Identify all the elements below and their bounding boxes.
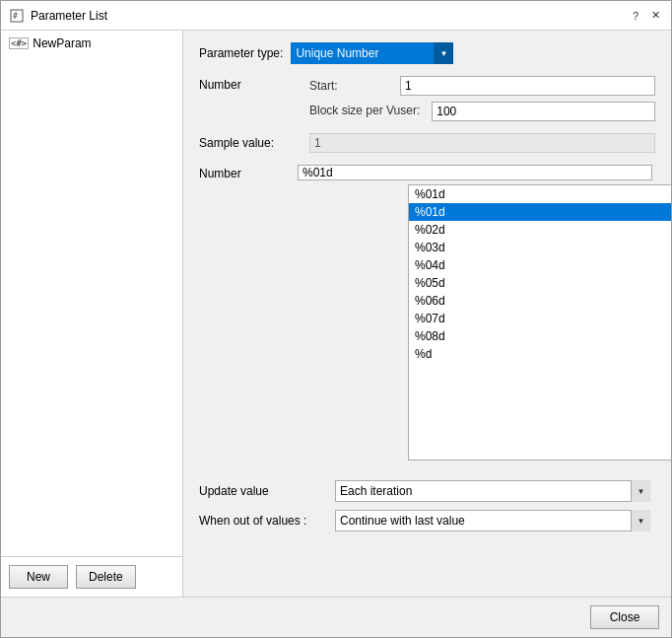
format-input[interactable]: [298, 165, 652, 180]
dialog-body: <#> NewParam New Delete Parameter type: …: [1, 31, 671, 597]
parameter-list-dialog: # Parameter List ? ✕ <#> NewParam New De…: [0, 0, 672, 638]
title-bar: # Parameter List ? ✕: [1, 1, 671, 31]
help-button[interactable]: ?: [628, 8, 643, 24]
start-label: Start:: [309, 79, 388, 93]
title-controls: ? ✕: [628, 8, 663, 24]
block-size-row: Block size per Vuser:: [309, 102, 655, 121]
listbox-item[interactable]: %08d: [409, 327, 671, 345]
left-panel: <#> NewParam New Delete: [1, 31, 183, 597]
format-column: %01d %01d %02d %03d %04d %05d %06d %07d …: [298, 165, 671, 461]
dialog-footer: Close: [1, 597, 671, 637]
new-button[interactable]: New: [9, 565, 68, 589]
update-value-select[interactable]: Each iteration Each occurrence Once: [335, 480, 650, 502]
dialog-title: Parameter List: [31, 9, 107, 23]
close-title-button[interactable]: ✕: [647, 8, 663, 24]
when-out-label: When out of values :: [199, 514, 327, 528]
param-type-label: Parameter type:: [199, 46, 283, 60]
tree-item-icon: <#>: [9, 37, 29, 49]
update-value-select-wrapper: Each iteration Each occurrence Once ▼: [335, 480, 650, 502]
when-out-select[interactable]: Continue with last value Cycle values Ab…: [335, 510, 650, 532]
sample-value-label: Sample value:: [199, 136, 298, 150]
close-button[interactable]: Close: [590, 605, 659, 629]
listbox-item[interactable]: %01d: [409, 203, 671, 221]
dialog-icon: #: [9, 8, 25, 24]
listbox-item[interactable]: %01d: [409, 185, 671, 203]
number-format-label: Number: [199, 165, 298, 180]
listbox-item[interactable]: %d: [409, 345, 671, 363]
tree-item-label: NewParam: [33, 36, 91, 50]
delete-button[interactable]: Delete: [76, 565, 136, 589]
param-type-select[interactable]: Unique Number: [291, 42, 453, 64]
listbox-item[interactable]: %02d: [409, 221, 671, 239]
svg-text:#: #: [13, 12, 18, 21]
sample-value-row: Sample value:: [199, 133, 655, 153]
update-value-row: Update value Each iteration Each occurre…: [199, 480, 655, 502]
listbox-item[interactable]: %04d: [409, 256, 671, 274]
param-type-row: Parameter type: Unique Number ▼: [199, 42, 655, 64]
listbox-item[interactable]: %06d: [409, 292, 671, 310]
block-size-input[interactable]: [432, 102, 655, 121]
when-out-select-wrapper: Continue with last value Cycle values Ab…: [335, 510, 650, 532]
block-size-label: Block size per Vuser:: [309, 104, 420, 119]
tree-item-newparam[interactable]: <#> NewParam: [5, 35, 178, 52]
title-bar-left: # Parameter List: [9, 8, 107, 24]
listbox-item[interactable]: %03d: [409, 239, 671, 256]
update-value-label: Update value: [199, 484, 327, 498]
number-format-section: Number %01d %01d %02d %03d %04d %05d %06…: [199, 165, 655, 461]
left-buttons: New Delete: [1, 556, 182, 597]
listbox-item[interactable]: %07d: [409, 310, 671, 327]
sample-value-input: [309, 133, 655, 153]
number-label: Number: [199, 76, 298, 92]
when-out-row: When out of values : Continue with last …: [199, 510, 655, 532]
listbox-item[interactable]: %05d: [409, 274, 671, 292]
format-listbox[interactable]: %01d %01d %02d %03d %04d %05d %06d %07d …: [408, 184, 671, 461]
start-row: Start:: [309, 76, 655, 96]
number-section: Number Start: Block size per Vuser:: [199, 76, 655, 121]
right-panel: Parameter type: Unique Number ▼ Number S…: [183, 31, 671, 597]
bottom-section: Update value Each iteration Each occurre…: [199, 480, 655, 532]
param-type-select-wrapper: Unique Number ▼: [291, 42, 453, 64]
sub-rows: Start: Block size per Vuser:: [309, 76, 655, 121]
start-input[interactable]: [400, 76, 655, 96]
param-tree: <#> NewParam: [1, 31, 182, 556]
